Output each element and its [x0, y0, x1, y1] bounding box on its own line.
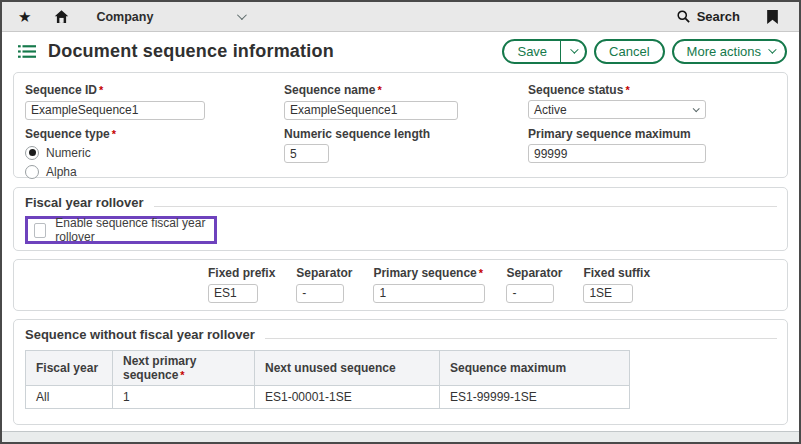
chevron-down-icon	[768, 41, 785, 62]
sequence-name-label: Sequence name	[284, 83, 375, 97]
fixed-prefix-label: Fixed prefix	[208, 266, 275, 280]
search-icon	[676, 9, 691, 24]
chevron-down-icon	[237, 10, 247, 20]
cell-next-primary-sequence[interactable]: 1	[113, 386, 255, 409]
home-icon[interactable]	[53, 8, 70, 25]
numeric-sequence-length-label: Numeric sequence length	[284, 127, 430, 141]
required-marker: *	[180, 369, 184, 381]
cell-fiscal-year[interactable]: All	[26, 386, 113, 409]
primary-sequence-input[interactable]	[373, 284, 485, 303]
sequence-status-label: Sequence status	[528, 83, 623, 97]
chevron-down-icon	[570, 45, 578, 53]
table-row: All 1 ES1-00001-1SE ES1-99999-1SE	[26, 386, 630, 409]
separator2-field: Separator	[506, 266, 562, 303]
sequence-type-field: Sequence type* Numeric Alpha	[25, 127, 284, 179]
separator2-input[interactable]	[506, 284, 554, 303]
page-header: Document sequence information Save Cance…	[2, 32, 799, 66]
required-marker: *	[377, 84, 381, 96]
sequence-status-value: Active	[534, 103, 567, 117]
fixed-prefix-input[interactable]	[208, 284, 258, 303]
more-actions-label: More actions	[674, 41, 768, 62]
numeric-sequence-length-field: Numeric sequence length	[284, 127, 528, 179]
radio-alpha-label: Alpha	[46, 165, 77, 179]
radio-alpha-control	[25, 165, 39, 179]
required-marker: *	[99, 84, 103, 96]
list-icon[interactable]	[18, 44, 36, 59]
primary-sequence-label: Primary sequence	[373, 266, 476, 280]
required-marker: *	[479, 267, 483, 279]
table-header-row: Fiscal year Next primary sequence* Next …	[26, 351, 630, 386]
fiscal-rollover-section-title: Fiscal year rollover	[25, 195, 144, 210]
highlight-annotation-box: Enable sequence fiscal year rollover	[25, 216, 217, 244]
fixed-suffix-label: Fixed suffix	[583, 266, 650, 280]
chevron-down-icon	[693, 105, 700, 112]
cancel-button-label: Cancel	[596, 41, 662, 62]
required-marker: *	[625, 84, 629, 96]
sequence-without-rollover-card: Sequence without fiscal year rollover Fi…	[13, 319, 788, 425]
enable-rollover-checkbox[interactable]	[34, 223, 46, 238]
page-title: Document sequence information	[48, 41, 334, 62]
numeric-sequence-length-input[interactable]	[284, 144, 329, 163]
col-fiscal-year: Fiscal year	[26, 351, 113, 386]
sequence-details-card: Sequence ID* Sequence name* Sequence sta…	[13, 72, 788, 178]
enable-rollover-checkbox-label: Enable sequence fiscal year rollover	[55, 216, 208, 244]
action-buttons: Save Cancel More actions	[502, 39, 787, 64]
sequence-id-label: Sequence ID	[25, 83, 97, 97]
bookmark-icon[interactable]	[766, 9, 779, 25]
app-window: ★ Company Search Document sequence inf	[0, 0, 801, 444]
col-sequence-maximum: Sequence maximum	[440, 351, 630, 386]
company-dropdown[interactable]: Company	[92, 6, 252, 28]
primary-sequence-maximum-label: Primary sequence maximum	[528, 127, 691, 141]
primary-sequence-maximum-input[interactable]	[528, 144, 706, 163]
sequence-type-label: Sequence type	[25, 127, 110, 141]
fixed-prefix-field: Fixed prefix	[208, 266, 275, 303]
cell-sequence-maximum: ES1-99999-1SE	[440, 386, 630, 409]
more-actions-button[interactable]: More actions	[672, 39, 787, 64]
save-split-button: Save	[502, 39, 587, 64]
section-divider	[265, 338, 777, 339]
favorite-star-icon[interactable]: ★	[18, 8, 31, 26]
sequence-table-section-title: Sequence without fiscal year rollover	[25, 327, 255, 342]
radio-numeric-label: Numeric	[46, 146, 91, 160]
radio-alpha[interactable]: Alpha	[25, 165, 284, 179]
sequence-table-section-header: Sequence without fiscal year rollover	[25, 327, 777, 342]
sequence-format-card: Fixed prefix Separator Primary sequence*…	[13, 259, 788, 311]
sequence-id-input[interactable]	[25, 101, 205, 120]
sequence-table: Fiscal year Next primary sequence* Next …	[25, 350, 630, 409]
fiscal-year-rollover-card: Fiscal year rollover Enable sequence fis…	[13, 187, 788, 251]
separator2-label: Separator	[506, 266, 562, 280]
sequence-id-field: Sequence ID*	[25, 83, 284, 120]
search-button[interactable]: Search	[676, 9, 740, 24]
cell-next-unused-sequence: ES1-00001-1SE	[255, 386, 440, 409]
sequence-status-field: Sequence status* Active	[528, 83, 777, 120]
save-button[interactable]: Save	[504, 41, 560, 62]
fixed-suffix-input[interactable]	[583, 284, 633, 303]
cancel-button[interactable]: Cancel	[594, 39, 664, 64]
separator1-field: Separator	[296, 266, 352, 303]
company-dropdown-label: Company	[96, 10, 153, 24]
bottom-scrollbar-strip[interactable]	[2, 431, 799, 442]
sequence-name-field: Sequence name*	[284, 83, 528, 120]
radio-numeric[interactable]: Numeric	[25, 146, 284, 160]
separator1-label: Separator	[296, 266, 352, 280]
separator1-input[interactable]	[296, 284, 344, 303]
primary-sequence-maximum-field: Primary sequence maximum	[528, 127, 777, 179]
primary-sequence-field: Primary sequence*	[373, 266, 485, 303]
col-next-primary-sequence: Next primary sequence*	[113, 351, 255, 386]
fixed-suffix-field: Fixed suffix	[583, 266, 650, 303]
save-options-button[interactable]	[560, 41, 585, 62]
top-bar: ★ Company Search	[2, 2, 799, 32]
col-next-unused-sequence: Next unused sequence	[255, 351, 440, 386]
sequence-status-select[interactable]: Active	[528, 100, 706, 119]
fiscal-rollover-section-header: Fiscal year rollover	[25, 195, 777, 210]
search-label: Search	[697, 9, 740, 24]
required-marker: *	[112, 128, 116, 140]
radio-numeric-control	[25, 146, 39, 160]
sequence-name-input[interactable]	[284, 101, 458, 120]
section-divider	[154, 206, 777, 207]
